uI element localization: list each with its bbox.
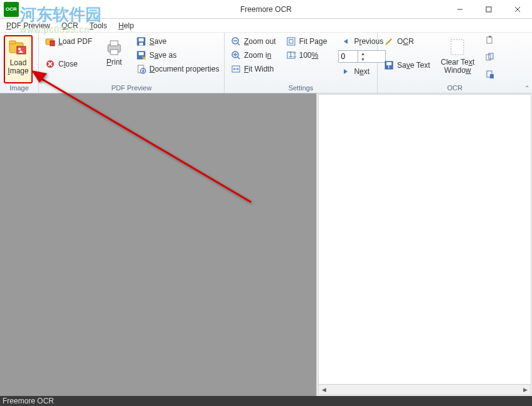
wand-icon — [384, 36, 394, 46]
print-label: Print — [107, 58, 122, 67]
svg-rect-15 — [110, 50, 118, 55]
close-button[interactable] — [503, 0, 532, 19]
ribbon-expand-button[interactable]: ⌃ — [524, 85, 529, 92]
print-button[interactable]: Print — [100, 35, 129, 83]
fit-width-label: Fit Width — [244, 65, 274, 73]
load-pdf-label: Load PDF — [58, 37, 92, 46]
menu-ocr[interactable]: OCR — [61, 21, 78, 30]
zoom-out-button[interactable]: Zoom out — [228, 35, 279, 48]
window-title: Freemore OCR — [240, 5, 292, 14]
fit-width-button[interactable]: Fit Width — [228, 63, 279, 75]
text-output-pane: ◀ ▶ — [318, 94, 531, 395]
triangle-left-icon — [341, 36, 351, 46]
fit-width-icon — [231, 64, 241, 74]
status-text: Freemore OCR — [3, 397, 54, 405]
folder-image-icon — [8, 38, 28, 58]
doc-props-label: Document properties — [149, 65, 219, 73]
status-bar: Freemore OCR — [0, 396, 532, 406]
horizontal-scrollbar[interactable]: ◀ ▶ — [319, 384, 531, 395]
save-as-button[interactable]: Save as — [134, 49, 221, 61]
svg-line-37 — [386, 39, 391, 45]
zoom-in-button[interactable]: Zoom in — [228, 49, 279, 61]
clear-text-label: Clear TextWindow — [441, 58, 475, 75]
svg-text:T: T — [386, 61, 391, 70]
ocr-text-output[interactable] — [319, 95, 531, 384]
ocr-label: OCR — [397, 37, 414, 46]
svg-point-7 — [18, 48, 21, 50]
svg-rect-17 — [139, 38, 144, 41]
save-text-icon: T — [384, 60, 394, 70]
zoom-100-label: 100% — [299, 51, 319, 60]
ribbon-group-image: LoadImage Image — [0, 33, 39, 93]
save-as-icon — [136, 50, 146, 60]
menu-pdf-preview[interactable]: PDF Preview — [6, 21, 50, 30]
group-label-pdf-preview: PDF Preview — [43, 83, 220, 92]
window-controls — [445, 0, 532, 19]
save-label: Save — [149, 37, 166, 46]
load-image-button[interactable]: LoadImage — [4, 35, 33, 83]
zoom-out-icon — [231, 36, 241, 46]
save-icon — [136, 36, 146, 46]
ribbon-group-pdf-preview: Load PDF Close Print Save Save as — [39, 33, 225, 93]
content-area: ◀ ▶ — [0, 93, 532, 396]
svg-rect-33 — [287, 38, 295, 45]
svg-rect-9 — [50, 41, 55, 46]
close-x-icon — [45, 59, 55, 69]
paste-icon[interactable] — [485, 69, 495, 81]
preview-pane[interactable] — [0, 93, 317, 396]
svg-point-23 — [142, 70, 144, 72]
svg-text:1:1: 1:1 — [289, 50, 296, 59]
svg-line-26 — [238, 43, 240, 45]
scroll-left-button[interactable]: ◀ — [319, 385, 329, 395]
close-pdf-label: Close — [58, 60, 78, 68]
save-as-label: Save as — [149, 51, 176, 60]
title-bar: OCR Freemore OCR — [0, 0, 532, 19]
menu-bar: PDF Preview OCR Tools Help — [0, 19, 532, 33]
svg-line-30 — [238, 57, 240, 59]
menu-help[interactable]: Help — [119, 21, 134, 30]
app-icon: OCR — [4, 2, 19, 17]
fit-page-label: Fit Page — [299, 37, 327, 46]
multi-copy-icon[interactable] — [485, 52, 495, 64]
spin-up-button[interactable]: ▲ — [358, 51, 367, 56]
minimize-button[interactable] — [445, 0, 474, 19]
clear-text-button[interactable]: Clear TextWindow — [438, 35, 478, 83]
zoom-out-label: Zoom out — [244, 37, 276, 46]
document-properties-button[interactable]: Document properties — [134, 63, 221, 75]
group-label-image: Image — [4, 83, 35, 92]
svg-rect-34 — [289, 40, 293, 43]
menu-tools[interactable]: Tools — [90, 21, 107, 30]
group-label-settings: Settings — [228, 83, 373, 92]
save-text-button[interactable]: T Save Text — [381, 59, 433, 72]
svg-rect-47 — [490, 74, 494, 78]
fit-page-button[interactable]: Fit Page — [284, 35, 330, 48]
spin-down-button[interactable]: ▼ — [358, 56, 367, 62]
svg-rect-14 — [110, 41, 118, 46]
folder-pdf-icon — [45, 36, 55, 46]
page-number-input[interactable] — [339, 52, 358, 61]
doc-props-icon — [136, 64, 146, 74]
svg-rect-20 — [139, 52, 144, 55]
printer-icon — [104, 37, 124, 57]
svg-rect-41 — [451, 40, 464, 55]
ocr-button[interactable]: OCR — [381, 35, 433, 48]
load-image-label: LoadImage — [8, 59, 28, 75]
load-pdf-button[interactable]: Load PDF — [43, 35, 95, 48]
scroll-right-button[interactable]: ▶ — [520, 385, 531, 395]
save-button[interactable]: Save — [134, 35, 221, 48]
maximize-button[interactable] — [474, 0, 503, 19]
close-pdf-button[interactable]: Close — [43, 58, 95, 70]
zoom-in-icon — [231, 50, 241, 60]
svg-rect-6 — [17, 46, 26, 54]
ribbon: LoadImage Image Load PDF Close Print — [0, 33, 532, 93]
svg-rect-18 — [139, 43, 143, 45]
copy-icon[interactable] — [485, 35, 495, 47]
next-label: Next — [354, 67, 370, 76]
group-label-ocr: OCR — [381, 83, 528, 92]
triangle-right-icon — [341, 67, 351, 77]
fit-page-icon — [286, 36, 296, 46]
svg-rect-5 — [9, 41, 16, 44]
zoom-in-label: Zoom in — [244, 51, 271, 60]
zoom-100-icon: 1:1 — [286, 50, 296, 60]
zoom-100-button[interactable]: 1:1 100% — [284, 49, 330, 61]
